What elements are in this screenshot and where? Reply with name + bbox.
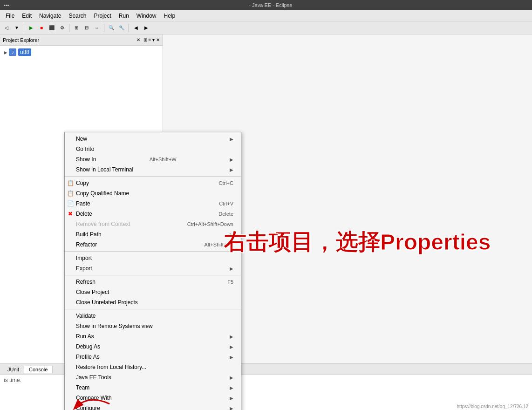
submenu-arrow-run: ▶ [230,334,233,339]
toolbar-btn7[interactable]: 🔧 [117,23,126,33]
ctx-restore-history[interactable]: Restore from Local History... [65,362,241,372]
shortcut-delete: Delete [218,211,233,217]
ctx-sep-2 [65,251,241,252]
shortcut-paste: Ctrl+V [219,201,233,206]
toolbar-debug[interactable]: ⬛ [47,23,56,33]
copy-qualified-icon: 📋 [67,190,74,197]
project-explorer-header: Project Explorer ✕ ⊞ ≡ ▾ ✕ [0,34,163,46]
tab-console[interactable]: Console [24,366,53,373]
window-title: - Java EE - Eclipse [13,2,528,8]
menu-file[interactable]: File [2,12,18,20]
menu-project[interactable]: Project [90,12,115,20]
shortcut-remove: Ctrl+Alt+Shift+Down [187,221,233,227]
submenu-arrow-new: ▶ [230,137,233,142]
title-bar: ▪▪▪ - Java EE - Eclipse [0,0,532,10]
toolbar-separator-3 [104,24,104,32]
project-explorer-title: Project Explorer [3,37,135,43]
toolbar-btn5[interactable]: ⊟ [82,23,91,33]
ctx-build-path[interactable]: Build Path ▶ [65,229,241,239]
submenu-arrow-javaee: ▶ [230,375,233,380]
ctx-close-project[interactable]: Close Project [65,287,241,297]
submenu-arrow-configure: ▶ [230,406,233,410]
shortcut-show-in: Alt+Shift+W [150,157,177,162]
menu-search[interactable]: Search [65,12,90,20]
ctx-sep-4 [65,309,241,309]
menu-edit[interactable]: Edit [18,12,35,20]
shortcut-copy: Ctrl+C [219,180,233,186]
ctx-copy-qualified[interactable]: 📋 Copy Qualified Name [65,188,241,198]
toolbar-run[interactable]: ▶ [27,23,36,33]
ctx-refactor[interactable]: Refactor Alt+Shift+T ▶ [65,239,241,250]
context-menu: New ▶ Go Into Show In Alt+Shift+W ▶ Show… [64,132,241,410]
menu-window[interactable]: Window [133,12,160,20]
ctx-copy[interactable]: 📋 Copy Ctrl+C [65,178,241,188]
menu-help[interactable]: Help [160,12,179,20]
ctx-paste[interactable]: 📄 Paste Ctrl+V [65,198,241,209]
submenu-arrow-local-terminal: ▶ [230,167,233,172]
tab-junit[interactable]: JUnit [3,366,24,373]
watermark-url: https://blog.csdn.net/qq_12/726.12 [457,404,528,409]
window-controls: ▪▪▪ [4,2,9,8]
toolbar-separator-4 [129,24,129,32]
ctx-run-as[interactable]: Run As ▶ [65,331,241,342]
menu-navigate[interactable]: Navigate [35,12,65,20]
toolbar-btn4[interactable]: ⊞ [72,23,81,33]
ctx-sep-1 [65,176,241,177]
project-explorer-close[interactable]: ✕ [135,37,142,43]
ctx-refresh[interactable]: Refresh F5 [65,277,241,287]
tree-expand-arrow: ▶ [4,50,7,55]
annotation-text: 右击项目，选择Properties [224,227,491,257]
toolbar: ◁ ▼ ▶ ■ ⬛ ⚙ ⊞ ⊟ ↔ 🔍 🔧 ◀ ▶ [0,21,532,34]
submenu-arrow-showin: ▶ [230,157,233,162]
ctx-show-remote[interactable]: Show in Remote Systems view [65,321,241,331]
submenu-arrow-debug: ▶ [230,344,233,349]
toolbar-back[interactable]: ◀ [131,23,141,33]
copy-icon: 📋 [67,180,74,186]
ctx-show-local-terminal[interactable]: Show in Local Terminal ▶ [65,164,241,175]
submenu-arrow-profile: ▶ [230,355,233,360]
submenu-arrow-compare: ▶ [230,396,233,401]
ctx-delete[interactable]: ✖ Delete Delete [65,209,241,219]
project-tree-item[interactable]: ▶ J utf8 [2,48,161,57]
toolbar-separator-2 [69,24,69,32]
ctx-debug-as[interactable]: Debug As ▶ [65,342,241,352]
pe-toolbar-icons: ⊞ ≡ ▾ ✕ [143,37,160,42]
project-name: utf8 [18,48,31,56]
toolbar-stop[interactable]: ■ [37,23,46,33]
ctx-close-unrelated[interactable]: Close Unrelated Projects [65,297,241,308]
ctx-new[interactable]: New ▶ [65,134,241,144]
ctx-validate[interactable]: Validate [65,311,241,321]
toolbar-forward[interactable]: ▶ [142,23,151,33]
ctx-import[interactable]: Import [65,253,241,263]
toolbar-search[interactable]: 🔍 [107,23,116,33]
ctx-sep-3 [65,275,241,275]
ctx-profile-as[interactable]: Profile As ▶ [65,352,241,362]
ctx-show-in[interactable]: Show In Alt+Shift+W ▶ [65,154,241,164]
project-icon: J [9,48,16,56]
ctx-export[interactable]: Export ▶ [65,263,241,273]
ctx-remove-context: Remove from Context Ctrl+Alt+Shift+Down [65,219,241,229]
delete-icon: ✖ [67,211,74,217]
ctx-javaee-tools[interactable]: Java EE Tools ▶ [65,372,241,383]
console-text: is time. [4,377,21,383]
paste-icon: 📄 [67,200,74,207]
menu-bar: File Edit Navigate Search Project Run Wi… [0,10,532,21]
toolbar-btn6[interactable]: ↔ [92,23,102,33]
toolbar-new[interactable]: ◁ [2,23,11,33]
toolbar-save[interactable]: ▼ [12,23,21,33]
menu-run[interactable]: Run [115,12,133,20]
toolbar-separator-1 [24,24,24,32]
submenu-arrow-team: ▶ [230,385,233,390]
submenu-arrow-export: ▶ [230,266,233,271]
toolbar-btn3[interactable]: ⚙ [57,23,67,33]
shortcut-refresh: F5 [227,279,233,285]
ctx-go-into[interactable]: Go Into [65,144,241,154]
